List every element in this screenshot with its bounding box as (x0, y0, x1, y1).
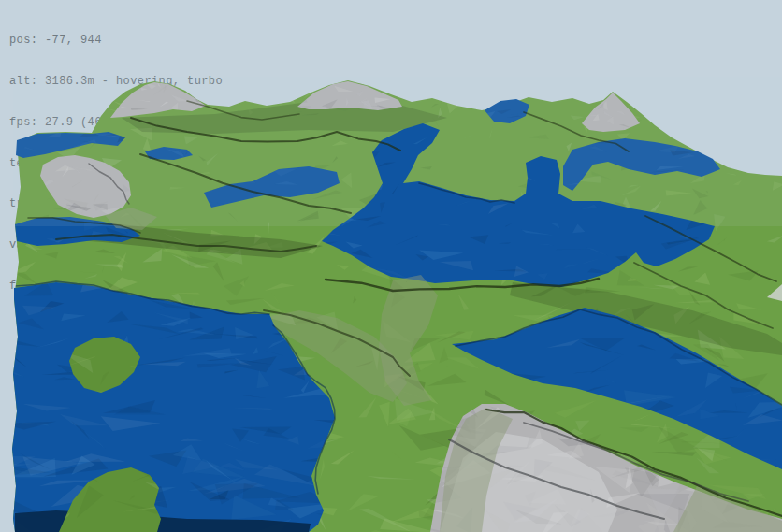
terrain-viewport[interactable]: pos: -77, 944 alt: 3186.3m - hovering, t… (0, 0, 782, 532)
terrain-render (0, 0, 782, 532)
